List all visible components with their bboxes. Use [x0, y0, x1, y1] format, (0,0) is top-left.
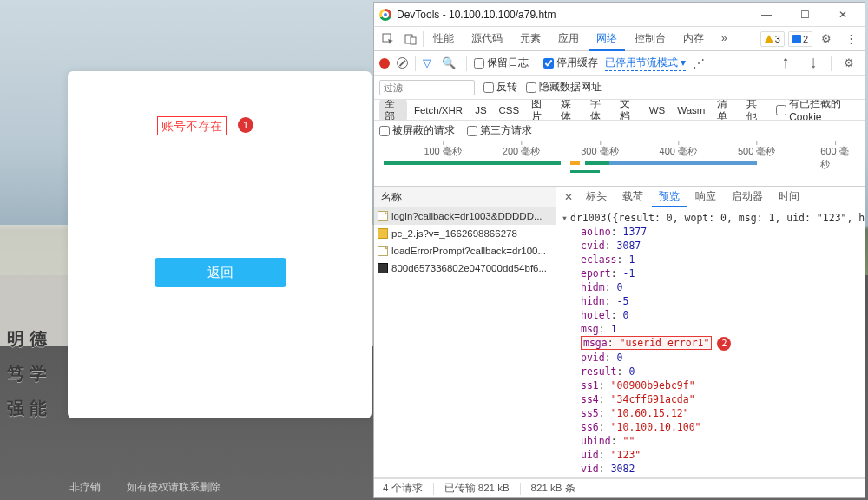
tab-elements[interactable]: 元素: [512, 27, 549, 50]
preview-field[interactable]: result: 0: [562, 365, 859, 378]
preview-field[interactable]: aolno: 1377: [562, 225, 859, 239]
preview-field[interactable]: eclass: 1: [562, 253, 859, 266]
filter-fetch[interactable]: Fetch/XHR: [409, 104, 468, 116]
rtab-timing[interactable]: 时间: [772, 187, 806, 207]
separator: [466, 56, 467, 71]
rtab-payload[interactable]: 载荷: [615, 187, 650, 207]
invert-checkbox[interactable]: 反转: [483, 80, 517, 95]
tab-network[interactable]: 网络: [589, 27, 625, 50]
request-row[interactable]: loadErrorPrompt?callback=dr100...: [374, 242, 556, 260]
preview-field-highlighted[interactable]: msga: "userid error1"2: [562, 336, 859, 351]
tab-more[interactable]: »: [713, 27, 735, 50]
preview-field[interactable]: ubind: "": [562, 434, 859, 448]
tab-memory[interactable]: 内存: [675, 27, 712, 50]
tick-300ms: 300 毫秒: [581, 145, 618, 158]
inspect-element-icon[interactable]: [378, 29, 398, 49]
filter-media[interactable]: 媒体: [556, 100, 583, 121]
preview-field[interactable]: vid: 3082: [562, 462, 859, 476]
preview-field[interactable]: pvid: 0: [562, 351, 859, 365]
rtab-headers[interactable]: 标头: [579, 187, 614, 207]
rtab-response[interactable]: 响应: [688, 187, 723, 207]
throttling-dropdown[interactable]: 已停用节流模式 ▾: [605, 56, 686, 71]
hide-data-urls-checkbox[interactable]: 隐藏数据网址: [526, 80, 602, 95]
filter-css[interactable]: CSS: [494, 104, 525, 116]
tick-100ms: 100 毫秒: [424, 145, 461, 158]
network-timeline[interactable]: 100 毫秒 200 毫秒 300 毫秒 400 毫秒 500 毫秒 600 毫…: [374, 141, 865, 187]
preserve-log-checkbox[interactable]: 保留日志: [474, 56, 529, 70]
stone-text: 明 德 笃 学 强 能: [7, 321, 50, 425]
filter-input[interactable]: [379, 80, 475, 95]
blocked-requests-checkbox[interactable]: 被屏蔽的请求: [379, 123, 455, 138]
record-icon[interactable]: [379, 58, 390, 69]
info-badge[interactable]: 2: [788, 31, 812, 47]
disable-cache-checkbox[interactable]: 停用缓存: [543, 56, 598, 70]
timeline-bar: [384, 161, 560, 165]
device-toolbar-icon[interactable]: [400, 29, 421, 49]
separator: [423, 31, 424, 47]
clear-icon[interactable]: [397, 57, 408, 69]
svg-rect-2: [411, 37, 416, 44]
import-icon[interactable]: ⭡: [775, 53, 796, 74]
tick-200ms: 200 毫秒: [503, 145, 540, 158]
tab-performance[interactable]: 性能: [425, 27, 462, 50]
rtab-preview[interactable]: 预览: [652, 187, 687, 207]
preview-field[interactable]: uid: "123": [562, 448, 859, 462]
timeline-bar: [609, 161, 757, 165]
preview-field[interactable]: ss5: "10.60.15.12": [562, 406, 859, 420]
tab-sources[interactable]: 源代码: [464, 27, 510, 50]
window-minimize-button[interactable]: —: [750, 3, 783, 26]
filter-wasm[interactable]: Wasm: [672, 104, 710, 116]
resource-type-filters: 全部 Fetch/XHR JS CSS 图片 媒体 字体 文档 WS Wasm …: [374, 100, 865, 121]
filter-doc[interactable]: 文档: [615, 100, 642, 121]
preview-first-line[interactable]: ▾dr1003({result: 0, wopt: 0, msg: 1, uid…: [562, 211, 859, 225]
filter-icon[interactable]: ▽: [423, 56, 431, 69]
request-row[interactable]: login?callback=dr1003&DDDDD...: [374, 207, 556, 225]
filter-js[interactable]: JS: [470, 104, 491, 116]
preview-field[interactable]: ss6: "10.100.10.100": [562, 420, 859, 434]
return-button[interactable]: 返回: [155, 258, 286, 287]
preview-field[interactable]: cvid: 3087: [562, 239, 859, 253]
timeline-bar: [585, 161, 609, 165]
filter-img[interactable]: 图片: [526, 100, 554, 121]
name-column-header[interactable]: 名称: [374, 187, 556, 207]
filter-font[interactable]: 字体: [585, 100, 613, 121]
file-type-icon: [378, 263, 388, 273]
search-icon[interactable]: 🔍: [438, 53, 459, 74]
window-titlebar[interactable]: DevTools - 10.100.10.100/a79.htm — ☐ ✕: [374, 3, 865, 27]
warnings-badge[interactable]: 3: [760, 31, 785, 47]
network-settings-icon[interactable]: ⚙: [838, 53, 859, 74]
close-panel-icon[interactable]: ✕: [560, 191, 577, 203]
preview-field[interactable]: wopt: 0: [562, 476, 859, 478]
network-conditions-icon[interactable]: ⋰: [693, 56, 705, 70]
preview-field[interactable]: hidn: -5: [562, 294, 859, 308]
error-message: 账号不存在: [157, 116, 227, 135]
window-maximize-button[interactable]: ☐: [788, 3, 821, 26]
request-row[interactable]: 800d657336802e047000dd54bf6...: [374, 260, 556, 277]
preview-field[interactable]: ss4: "34cff691acda": [562, 392, 859, 406]
window-close-button[interactable]: ✕: [826, 3, 859, 26]
filter-manifest[interactable]: 清单: [712, 100, 740, 121]
separator: [433, 483, 434, 495]
filter-ws[interactable]: WS: [644, 104, 671, 116]
settings-icon[interactable]: ⚙: [816, 29, 837, 49]
preview-field[interactable]: msg: 1: [562, 322, 859, 336]
request-row[interactable]: pc_2.js?v=_1662698866278: [374, 225, 556, 242]
tab-console[interactable]: 控制台: [627, 27, 674, 50]
chrome-icon: [379, 9, 391, 21]
filter-all[interactable]: 全部: [379, 100, 407, 121]
response-preview[interactable]: ▾dr1003({result: 0, wopt: 0, msg: 1, uid…: [556, 207, 865, 477]
third-party-checkbox[interactable]: 第三方请求: [467, 123, 532, 138]
preview-field[interactable]: eport: -1: [562, 266, 859, 280]
preview-field[interactable]: hidm: 0: [562, 280, 859, 294]
rtab-initiator[interactable]: 启动器: [725, 187, 770, 207]
preview-field[interactable]: ss1: "00900b9ebc9f": [562, 378, 859, 392]
tab-application[interactable]: 应用: [550, 27, 587, 50]
preview-field[interactable]: hotel: 0: [562, 308, 859, 322]
file-type-icon: [378, 211, 388, 221]
blocked-cookies-checkbox[interactable]: 有已拦截的 Cookie: [776, 100, 859, 121]
tick-500ms: 500 毫秒: [738, 145, 775, 158]
export-icon[interactable]: ⭣: [803, 53, 824, 74]
filter-other[interactable]: 其他: [741, 100, 769, 121]
request-name: pc_2.js?v=_1662698866278: [391, 228, 517, 239]
kebab-menu-icon[interactable]: ⋮: [840, 29, 861, 49]
